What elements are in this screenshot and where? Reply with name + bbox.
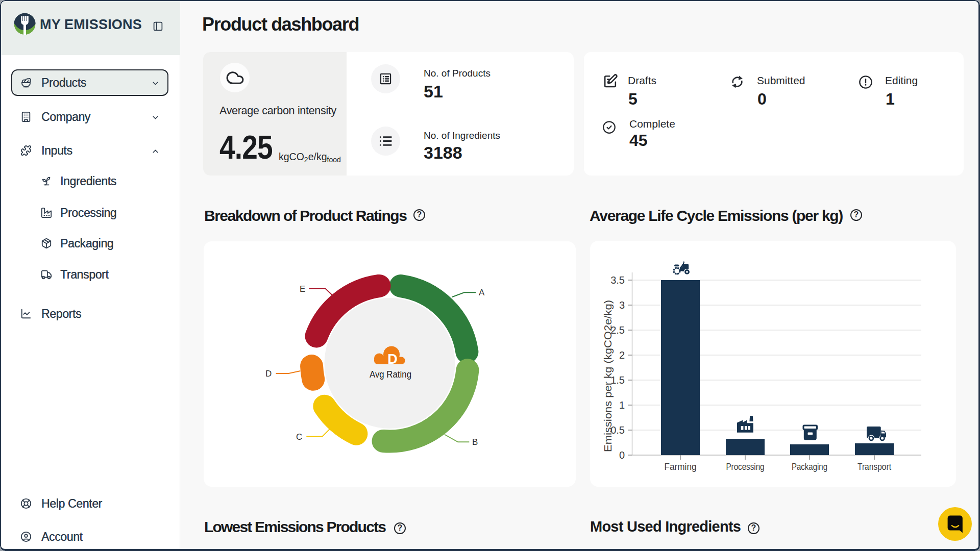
svg-text:3.5: 3.5 [610,274,625,286]
svg-text:Packaging: Packaging [792,461,827,472]
svg-text:D: D [387,352,398,367]
svg-text:0: 0 [619,449,625,461]
svg-text:Processing: Processing [726,461,765,472]
svg-text:3: 3 [619,299,625,311]
svg-text:A: A [479,288,485,297]
svg-text:B: B [472,437,478,447]
svg-text:C: C [296,432,302,442]
svg-text:Avg Rating: Avg Rating [370,369,411,380]
svg-text:E: E [300,284,305,294]
svg-text:2: 2 [619,349,625,361]
svg-text:1: 1 [619,399,625,411]
svg-text:Farming: Farming [665,461,697,472]
svg-text:D: D [265,369,272,379]
svg-text:Transport: Transport [857,461,891,472]
svg-text:Emissions per kg (kgCO2e/kg): Emissions per kg (kgCO2e/kg) [602,300,614,452]
